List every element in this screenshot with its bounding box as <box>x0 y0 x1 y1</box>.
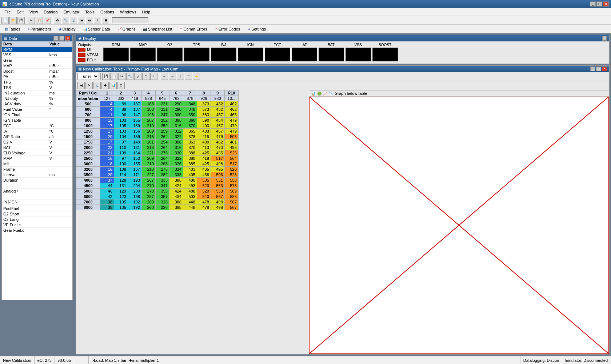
data-row[interactable]: PAmBar <box>2 74 72 80</box>
menu-emulator[interactable]: Emulator <box>60 9 82 15</box>
fuel-row[interactable]: 80015103155207252306360390454479 <box>76 118 239 123</box>
menu-tools[interactable]: Tools <box>82 9 97 15</box>
data-row[interactable]: Fuel Value° <box>2 107 72 112</box>
menu-help[interactable]: Help <box>139 9 153 15</box>
data-row[interactable]: MIL <box>2 161 72 167</box>
data-row[interactable]: IACV duty% <box>2 101 72 107</box>
tt-b9[interactable]: 〰 <box>185 73 192 80</box>
tt-b8[interactable]: ↕ <box>177 73 184 80</box>
tt-b10[interactable]: ⚡ <box>193 73 200 80</box>
table-close-button[interactable]: ✕ <box>602 66 607 71</box>
data-row[interactable]: INJ duty% <box>2 96 72 101</box>
menu-edit[interactable]: Edit <box>14 9 27 15</box>
data-row[interactable]: Frame <box>2 167 72 172</box>
data-row[interactable]: Gear <box>2 58 72 63</box>
table-maximize-button[interactable]: □ <box>596 66 601 71</box>
tb-cut[interactable]: ✂ <box>28 17 35 24</box>
tab-graphs[interactable]: 📈 Graphs <box>114 26 139 32</box>
fuel-row[interactable]: 500489137188231290348373432462 <box>76 101 239 107</box>
fuel-row[interactable]: 125017103156209259312365403457479 <box>76 129 239 134</box>
data-row[interactable]: A/F Ratioafr <box>2 134 72 139</box>
data-row[interactable]: Gear Fuel.c <box>2 228 72 233</box>
data-row[interactable]: O2 Long <box>2 217 72 222</box>
table-minimize-button[interactable]: _ <box>590 66 595 71</box>
menu-options[interactable]: Options <box>97 9 117 15</box>
tb-b7[interactable]: ⏹ <box>102 17 109 24</box>
menu-datalog[interactable]: Datalog <box>41 9 60 15</box>
data-row[interactable]: ECT°C <box>2 123 72 129</box>
tt-b2[interactable]: ✂ <box>118 73 125 80</box>
data-row[interactable]: IGN Final <box>2 112 72 118</box>
data-row[interactable]: Analog / <box>2 189 72 194</box>
data-row[interactable]: ------------ <box>2 194 72 199</box>
fuel-row[interactable]: 350020114171227282338405438506528 <box>76 172 239 178</box>
fuel-row[interactable]: 450044131204270341424493520553578 <box>76 183 239 189</box>
data-row[interactable]: INJ durationms <box>2 90 72 96</box>
data-row[interactable]: MAPmBar <box>2 63 72 69</box>
menu-windows[interactable]: Windows <box>117 9 139 15</box>
tab-tables[interactable]: ▦ Tables <box>1 26 24 32</box>
data-row[interactable]: VE Fuel.c <box>2 222 72 228</box>
data-row[interactable]: IGN Table <box>2 118 72 123</box>
tt-b6[interactable]: ← <box>161 73 168 80</box>
data-row[interactable]: INJ/IGN <box>2 199 72 205</box>
tt2-b2[interactable]: ✎ <box>85 82 93 89</box>
minimize-button[interactable]: _ <box>590 1 596 7</box>
tt-b3[interactable]: 🔧 <box>126 73 133 80</box>
tt-b4[interactable]: 🖊 <box>134 73 141 80</box>
tuner-dropdown[interactable]: Tuner <box>77 73 99 80</box>
data-row[interactable]: IAT°C <box>2 129 72 134</box>
tab-display[interactable]: ◉ Display <box>55 26 79 32</box>
fuel-row[interactable]: 320016108167213275334403435495520 <box>76 167 239 172</box>
tb-paste[interactable]: 📌 <box>44 17 51 24</box>
data-row[interactable]: ELD VoltageV <box>2 150 72 156</box>
fuel-row[interactable]: 600042123198287357434503540567586 <box>76 194 239 199</box>
maximize-button[interactable]: □ <box>596 1 602 7</box>
tb-b1[interactable]: ⚙ <box>54 17 61 24</box>
tb-b6[interactable]: ⏸ <box>94 17 101 24</box>
menu-view[interactable]: View <box>27 9 41 15</box>
data-row[interactable]: BoostmBar <box>2 69 72 74</box>
tab-sensor-data[interactable]: 📊 Sensor Data <box>80 26 113 32</box>
tb-b3[interactable]: 📡 <box>70 17 77 24</box>
menu-file[interactable]: File <box>1 9 14 15</box>
data-row[interactable]: TPS% <box>2 80 72 85</box>
data-row[interactable]: O2 VV <box>2 139 72 145</box>
fuel-row[interactable]: 7001196147198247300350383457465 <box>76 112 239 118</box>
tt-add[interactable]: + <box>150 73 157 80</box>
tb-save[interactable]: 💾 <box>17 17 25 24</box>
fuel-row[interactable]: 25001697150209264322380418517564 <box>76 156 239 161</box>
tb-slider[interactable] <box>112 17 148 23</box>
tab-snapshot-list[interactable]: 📷 Snapshot List <box>140 26 176 32</box>
tb-copy[interactable]: 📋 <box>36 17 43 24</box>
tt2-b5[interactable]: 📊 <box>109 82 117 89</box>
tb-b2[interactable]: 🔧 <box>62 17 69 24</box>
fuel-row[interactable]: 700038105192260326388448478498567 <box>76 199 239 205</box>
data-row[interactable]: Duration <box>2 178 72 183</box>
tt-save[interactable]: 💾 <box>102 73 109 80</box>
tt-b1[interactable]: 📋 <box>110 73 117 80</box>
data-row[interactable]: BATV <box>2 145 72 150</box>
data-row[interactable]: PostFuel <box>2 206 72 211</box>
tb-open[interactable]: 📂 <box>9 17 17 24</box>
tt2-b4[interactable]: ⏺ <box>101 82 109 89</box>
data-row[interactable]: VSSkmh <box>2 52 72 58</box>
tt2-b3[interactable]: 📡 <box>93 82 101 89</box>
fuel-row[interactable]: 800038105192260326388448478498567 <box>76 205 239 210</box>
data-panel-close[interactable]: ✕ <box>65 36 70 41</box>
data-row[interactable]: ------------ <box>2 183 72 189</box>
tab-error-codes[interactable]: ⚠ Error Codes <box>211 26 243 32</box>
tt2-b6[interactable]: 🗒 <box>117 82 125 89</box>
data-row[interactable]: Intervalms <box>2 172 72 178</box>
fuel-row[interactable]: 100017105159210259316370403457479 <box>76 123 239 129</box>
tb-new[interactable]: 📄 <box>1 17 9 24</box>
tb-b4[interactable]: ⏮ <box>78 17 85 24</box>
fuel-row[interactable]: 300018100155210268326385425498517 <box>76 161 239 167</box>
fuel-row[interactable]: 600489137188231290348373432462 <box>76 107 239 112</box>
data-row[interactable]: O2 Short <box>2 211 72 217</box>
tb-b5[interactable]: ⏭ <box>86 17 93 24</box>
tt2-b1[interactable]: ◀ <box>77 82 85 89</box>
data-row[interactable]: MAPV <box>2 156 72 161</box>
tab-settings[interactable]: ⚙ Settings <box>244 26 269 32</box>
data-panel-minimize[interactable]: _ <box>53 36 59 41</box>
